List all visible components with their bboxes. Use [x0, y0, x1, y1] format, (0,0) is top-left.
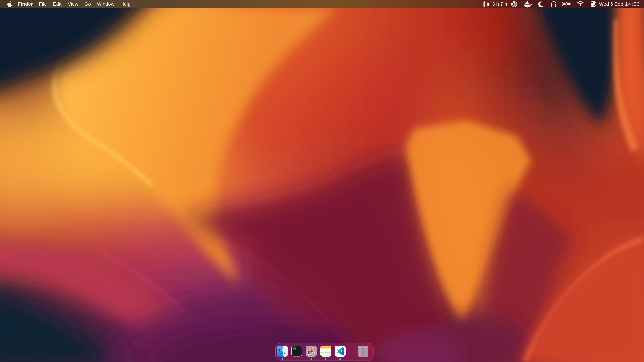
svg-text:$: $	[293, 348, 294, 350]
